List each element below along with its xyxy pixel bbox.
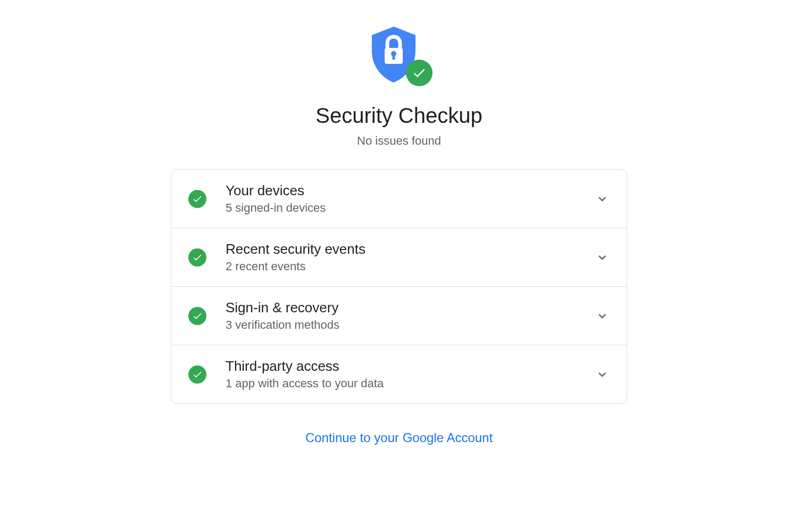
row-subtitle: 5 signed-in devices (226, 201, 595, 215)
row-title: Sign-in & recovery (226, 300, 595, 316)
shield-lock-icon (370, 27, 428, 90)
security-checkup-list: Your devices 5 signed-in devices Recent … (171, 169, 627, 404)
checkmark-icon (192, 194, 203, 204)
svg-rect-2 (392, 54, 395, 60)
status-ok-icon (188, 248, 206, 267)
row-title: Your devices (226, 182, 595, 199)
checkmark-icon (192, 311, 203, 321)
row-third-party-access[interactable]: Third-party access 1 app with access to … (171, 345, 627, 403)
chevron-down-icon (595, 250, 610, 265)
check-badge-icon (406, 60, 433, 86)
row-your-devices[interactable]: Your devices 5 signed-in devices (171, 170, 627, 228)
row-content: Your devices 5 signed-in devices (226, 182, 595, 215)
status-ok-icon (188, 307, 206, 325)
row-content: Sign-in & recovery 3 verification method… (226, 300, 595, 332)
row-content: Recent security events 2 recent events (226, 241, 595, 273)
row-signin-recovery[interactable]: Sign-in & recovery 3 verification method… (171, 287, 627, 345)
row-content: Third-party access 1 app with access to … (226, 358, 595, 390)
checkmark-icon (192, 369, 203, 380)
row-title: Recent security events (226, 241, 595, 257)
continue-link[interactable]: Continue to your Google Account (305, 430, 493, 445)
row-subtitle: 1 app with access to your data (226, 377, 595, 390)
row-subtitle: 3 verification methods (226, 318, 595, 332)
row-title: Third-party access (226, 358, 595, 375)
chevron-down-icon (595, 367, 610, 382)
chevron-down-icon (595, 192, 610, 206)
chevron-down-icon (595, 309, 610, 323)
checkmark-icon (412, 65, 427, 80)
checkmark-icon (192, 252, 203, 263)
status-ok-icon (188, 190, 206, 208)
page-header: Security Checkup No issues found (315, 27, 482, 148)
page-title: Security Checkup (315, 104, 482, 128)
row-recent-security-events[interactable]: Recent security events 2 recent events (171, 228, 627, 287)
row-subtitle: 2 recent events (226, 260, 595, 273)
status-ok-icon (188, 365, 206, 384)
page-subtitle: No issues found (357, 134, 441, 148)
